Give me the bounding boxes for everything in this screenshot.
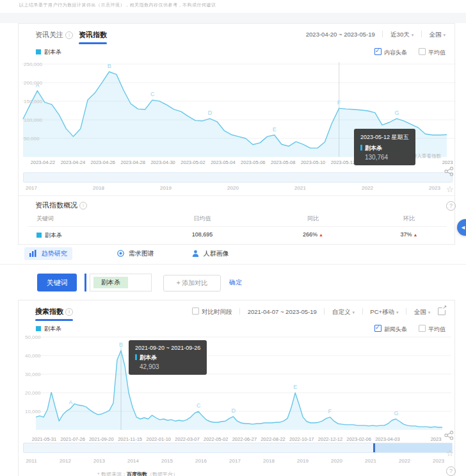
x-tick-label: 2023 [431, 436, 442, 442]
star-icon[interactable]: ☆ [446, 448, 454, 458]
checkbox-icon [374, 48, 382, 55]
nav-label: 人群画像 [204, 250, 229, 257]
marker-letter-F: F [328, 408, 332, 414]
keyword-input[interactable]: 剧本杀 [90, 274, 152, 291]
column-header: 关键词 [36, 215, 54, 223]
x-tick-label: 2022-01-10 [147, 436, 171, 442]
feedback-bubble[interactable]: ◄ [457, 219, 466, 236]
help-icon[interactable]: ? [446, 201, 456, 211]
help-icon[interactable]: ? [446, 466, 456, 476]
divider [406, 308, 406, 315]
time-range-slider[interactable] [23, 172, 453, 183]
external-link-icon[interactable] [438, 308, 446, 315]
checkbox-icon [192, 308, 199, 315]
info-icon[interactable]: i [79, 202, 87, 209]
year-label: 2022 [362, 185, 373, 191]
year-label: 2012 [60, 458, 71, 464]
x-tick-label: 2023-04-03 [375, 436, 399, 442]
period-dropdown[interactable]: 近30天▾ [390, 31, 414, 38]
toggle-内容头条[interactable]: 内容头条 [374, 49, 407, 56]
x-tick-label: 2023-04-22 [31, 160, 55, 165]
tooltip-keyword-row: 剧本杀 [135, 354, 200, 362]
info-icon[interactable]: i [65, 31, 73, 39]
year-label: 2022 [399, 458, 410, 464]
toggle-平均值[interactable]: 平均值 [419, 326, 446, 332]
range-type-dropdown[interactable]: 自定义▾ [332, 308, 355, 315]
x-tick-label: 2021-07-26 [61, 436, 85, 442]
keyword-button[interactable]: 关键词 [37, 274, 77, 291]
compare-period-checkbox[interactable]: 对比时间段 [192, 308, 232, 315]
person-icon [192, 249, 199, 261]
marker-letter-F: F [337, 99, 341, 106]
tab-search-index[interactable]: 搜索指数i [35, 307, 73, 316]
year-label: 2013 [93, 458, 105, 464]
mom-number: 37% [401, 231, 412, 238]
marker-letter-C: C [197, 402, 201, 409]
add-compare-button[interactable]: + 添加对比 [163, 275, 221, 291]
checkbox-label: 平均值 [428, 326, 446, 332]
enter-index-link[interactable]: 进入查看指数 [412, 153, 441, 160]
active-tab-underline [35, 319, 73, 321]
tab-news-attention-label: 资讯关注 [35, 31, 63, 38]
time-range-slider[interactable] [23, 443, 453, 453]
marker-letter-B: B [119, 341, 123, 348]
toggle-新闻头条[interactable]: 新闻头条 [374, 326, 407, 332]
row-keyword: 剧本杀 [36, 231, 62, 240]
checkbox-icon [374, 325, 382, 332]
toggle-平均值[interactable]: 平均值 [419, 49, 446, 56]
year-label: 2017 [229, 458, 241, 464]
panel1-controls: 2023-04-20 ~ 2023-05-19 近30天▾ 全国▾ [306, 31, 446, 39]
chevron-down-icon: ▾ [353, 310, 355, 315]
x-tick-label: 2023-04-26 [91, 160, 115, 165]
date-range-picker[interactable]: 2021-04-07 ~ 2023-05-19 [248, 308, 317, 315]
nav-demand-map[interactable]: 需求图谱 [117, 247, 154, 260]
x-tick-label: 2022-03-07 [175, 436, 199, 442]
chevron-down-icon: ▾ [428, 310, 431, 315]
year-label: 2018 [263, 458, 275, 464]
share-icon[interactable] [444, 431, 454, 443]
x-tick-label: 2022-12-12 [318, 436, 342, 442]
checkbox-label: 内容头条 [384, 49, 407, 56]
y-tick-label: 30,000 [25, 372, 41, 377]
star-icon[interactable]: ☆ [446, 185, 454, 194]
tooltip-series-bar [360, 145, 362, 151]
x-tick-label: 2023-05-04 [211, 160, 235, 165]
overview-title: 资讯指数概况i [35, 201, 87, 210]
slider-handle[interactable] [373, 443, 375, 452]
checkbox-icon [419, 325, 426, 332]
keyword-bar: 关键词 剧本杀 + 添加对比 确定 [0, 264, 466, 299]
y-tick-label: 200,000 [24, 80, 42, 86]
x-tick-label: 2023-05-02 [181, 160, 205, 165]
date-range-picker[interactable]: 2023-04-20 ~ 2023-05-19 [306, 31, 375, 38]
region-value: 全国 [429, 31, 441, 38]
daily-average-value: 108,695 [192, 231, 213, 238]
tab-news-attention[interactable]: 资讯关注i [35, 30, 73, 40]
confirm-button[interactable]: 确定 [229, 278, 242, 287]
tab-news-index[interactable]: 资讯指数 [79, 30, 107, 40]
device-dropdown[interactable]: PC+移动▾ [370, 308, 398, 315]
legend-swatch [36, 49, 41, 54]
year-label: 2021 [365, 458, 376, 464]
legend-swatch [36, 326, 41, 331]
footer-gray2: （数据平台） [147, 472, 178, 476]
region-dropdown[interactable]: 全国▾ [429, 31, 446, 38]
y-tick-label: 50,000 [25, 334, 41, 340]
mom-value: 37%▲ [401, 231, 418, 238]
slider-selection[interactable] [374, 443, 452, 452]
year-label: 2023 [433, 458, 444, 464]
share-icon[interactable] [444, 167, 454, 179]
region-dropdown[interactable]: 全国▾ [414, 308, 431, 315]
info-icon[interactable]: i [65, 308, 73, 316]
panel2-tabs: 搜索指数i 对比时间段 2021-04-07 ~ 2023-05-19 自定义▾… [19, 300, 454, 321]
divider [362, 308, 363, 315]
x-tick-label: 2021-09-20 [89, 436, 113, 442]
column-header: 同比 [307, 215, 319, 223]
nav-crowd-portrait[interactable]: 人群画像 [192, 247, 229, 260]
search-index-chart[interactable]: ABCDEFG50,00040,00030,00020,00010,000 [19, 332, 456, 435]
divider [239, 308, 240, 315]
x-tick-label: 2022-10-17 [289, 436, 314, 442]
keyword-swatch [36, 233, 42, 238]
tooltip-date: 2021-09-20 ~ 2021-09-26 [135, 345, 200, 351]
nav-trend-research[interactable]: 趋势研究 [24, 247, 72, 260]
keyword-chip[interactable]: 剧本杀 [93, 277, 128, 288]
